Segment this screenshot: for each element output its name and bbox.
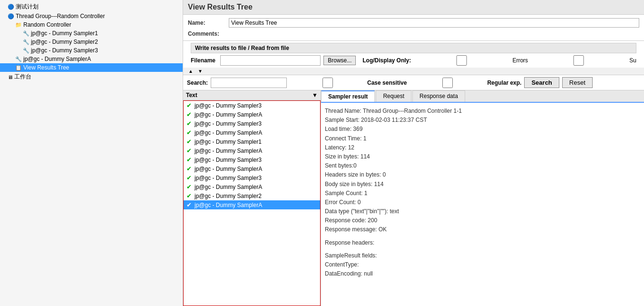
regular-exp-checkbox[interactable] bbox=[410, 78, 486, 88]
result-item-label: jp@gc - Dummy SamplerA bbox=[195, 111, 262, 118]
search-label: Search: bbox=[187, 79, 208, 86]
check-icon: ✔ bbox=[186, 183, 192, 190]
comments-row: Comments: bbox=[188, 29, 639, 39]
sidebar-item-test-plan[interactable]: 🔵 测试计划 bbox=[0, 2, 183, 12]
check-icon: ✔ bbox=[186, 102, 192, 109]
thread-name: Thread Name: Thread Group---Random Contr… bbox=[325, 107, 640, 116]
sidebar-item-label: jp@gc - Dummy Sampler1 bbox=[31, 30, 98, 37]
tabs-row: Sampler result Request Response data bbox=[321, 90, 644, 103]
sampler1-icon: 🔧 bbox=[23, 30, 29, 37]
name-row: Name: bbox=[188, 17, 639, 29]
content-type: ContentType: bbox=[325, 260, 640, 269]
result-item-label: jp@gc - Dummy SamplerA bbox=[195, 148, 262, 154]
check-icon: ✔ bbox=[186, 111, 192, 118]
sample-result-label: SampleResult fields: bbox=[325, 251, 640, 260]
check-icon: ✔ bbox=[186, 165, 192, 172]
collapse-bar: ▲ ▼ bbox=[183, 68, 644, 75]
filename-row: Filename Browse... Log/Display Only: Err… bbox=[187, 53, 640, 68]
sidebar-item-dummy-samplera[interactable]: 🔧 jp@gc - Dummy SamplerA bbox=[0, 55, 183, 63]
sidebar-item-dummy-sampler2[interactable]: 🔧 jp@gc - Dummy Sampler2 bbox=[0, 38, 183, 46]
reset-button[interactable]: Reset bbox=[562, 77, 593, 88]
successes-checkbox[interactable] bbox=[531, 55, 626, 66]
result-item[interactable]: ✔jp@gc - Dummy Sampler3 bbox=[184, 155, 320, 164]
result-item-label: jp@gc - Dummy Sampler3 bbox=[195, 120, 262, 127]
search-input[interactable] bbox=[211, 78, 287, 88]
name-label: Name: bbox=[188, 20, 226, 26]
collapse-button[interactable]: ▲ bbox=[187, 69, 195, 74]
sidebar-item-label: 测试计划 bbox=[16, 3, 39, 11]
result-item[interactable]: ✔jp@gc - Dummy Sampler3 bbox=[184, 101, 320, 110]
size-bytes: Size in bytes: 114 bbox=[325, 152, 640, 161]
result-item-label: jp@gc - Dummy SamplerA bbox=[195, 166, 262, 172]
sampler2-icon: 🔧 bbox=[23, 39, 29, 45]
sidebar-item-view-results-tree[interactable]: 📋 View Results Tree bbox=[0, 63, 183, 72]
expand-button[interactable]: ▼ bbox=[196, 69, 204, 74]
browse-button[interactable]: Browse... bbox=[323, 56, 356, 65]
response-code: Response code: 200 bbox=[325, 216, 640, 225]
result-item[interactable]: ✔jp@gc - Dummy SamplerA bbox=[184, 164, 320, 173]
filename-input[interactable] bbox=[220, 55, 321, 66]
result-item[interactable]: ✔jp@gc - Dummy Sampler1 bbox=[184, 137, 320, 146]
data-type: Data type ("text"|"bin"|""): text bbox=[325, 207, 640, 216]
thread-group-icon: 🔵 bbox=[8, 13, 14, 20]
check-icon: ✔ bbox=[186, 156, 192, 163]
result-item[interactable]: ✔jp@gc - Dummy Sampler3 bbox=[184, 173, 320, 182]
regular-exp-label[interactable]: Regular exp. bbox=[410, 78, 521, 88]
sidebar-item-label: Thread Group---Random Controller bbox=[16, 13, 105, 20]
check-icon: ✔ bbox=[186, 138, 192, 145]
tab-sampler-result[interactable]: Sampler result bbox=[321, 90, 375, 102]
sidebar-item-dummy-sampler1[interactable]: 🔧 jp@gc - Dummy Sampler1 bbox=[0, 29, 183, 38]
workbench-icon: 🖥 bbox=[8, 74, 13, 80]
name-input[interactable] bbox=[229, 18, 639, 28]
result-item[interactable]: ✔jp@gc - Dummy SamplerA bbox=[184, 182, 320, 191]
headers-size: Headers size in bytes: 0 bbox=[325, 170, 640, 179]
sidebar-item-thread-group[interactable]: 🔵 Thread Group---Random Controller bbox=[0, 12, 183, 20]
result-item[interactable]: ✔jp@gc - Dummy Sampler2 bbox=[184, 191, 320, 200]
load-time: Load time: 369 bbox=[325, 125, 640, 134]
test-plan-icon: 🔵 bbox=[8, 4, 14, 10]
check-icon: ✔ bbox=[186, 174, 192, 181]
case-sensitive-checkbox[interactable] bbox=[290, 78, 366, 88]
dropdown-arrow-icon[interactable]: ▼ bbox=[312, 92, 318, 99]
body-size: Body size in bytes: 114 bbox=[325, 180, 640, 189]
search-button[interactable]: Search bbox=[524, 77, 559, 88]
form-section: Name: Comments: bbox=[183, 15, 644, 41]
results-list-body: ✔jp@gc - Dummy Sampler3✔jp@gc - Dummy Sa… bbox=[183, 100, 321, 306]
check-icon: ✔ bbox=[186, 192, 192, 199]
result-item-label: jp@gc - Dummy SamplerA bbox=[195, 202, 262, 208]
text-column-header: Text bbox=[186, 92, 197, 99]
random-controller-icon: 📁 bbox=[15, 22, 22, 28]
right-panel: View Results Tree Name: Comments: Write … bbox=[183, 0, 644, 306]
tab-response-data[interactable]: Response data bbox=[412, 90, 465, 102]
connect-time: Connect Time: 1 bbox=[325, 134, 640, 143]
sidebar-item-label: 工作台 bbox=[14, 73, 31, 81]
successes-label: Su bbox=[629, 57, 636, 64]
result-item[interactable]: ✔jp@gc - Dummy SamplerA bbox=[184, 110, 320, 119]
result-item-label: jp@gc - Dummy Sampler3 bbox=[195, 102, 262, 109]
result-item[interactable]: ✔jp@gc - Dummy SamplerA bbox=[184, 146, 320, 155]
errors-checkbox[interactable] bbox=[414, 55, 509, 66]
sidebar-item-random-controller[interactable]: 📁 Random Controller bbox=[0, 20, 183, 29]
result-item[interactable]: ✔jp@gc - Dummy SamplerA bbox=[184, 200, 320, 209]
log-display-label: Log/Display Only: bbox=[362, 57, 411, 64]
result-item-label: jp@gc - Dummy SamplerA bbox=[195, 129, 262, 136]
result-item[interactable]: ✔jp@gc - Dummy SamplerA bbox=[184, 128, 320, 137]
detail-pane: Sampler result Request Response data Thr… bbox=[321, 90, 644, 306]
sidebar-item-label: jp@gc - Dummy Sampler3 bbox=[31, 47, 98, 54]
main-content: Text ▼ ✔jp@gc - Dummy Sampler3✔jp@gc - D… bbox=[183, 90, 644, 306]
tab-request[interactable]: Request bbox=[376, 90, 411, 102]
result-item[interactable]: ✔jp@gc - Dummy Sampler3 bbox=[184, 119, 320, 128]
sidebar-item-workbench[interactable]: 🖥 工作台 bbox=[0, 72, 183, 82]
sidebar-item-dummy-sampler3[interactable]: 🔧 jp@gc - Dummy Sampler3 bbox=[0, 46, 183, 55]
result-item-label: jp@gc - Dummy Sampler1 bbox=[195, 138, 262, 145]
results-list-header: Text ▼ bbox=[183, 90, 321, 100]
sidebar-item-label: View Results Tree bbox=[23, 64, 69, 71]
result-item-label: jp@gc - Dummy SamplerA bbox=[195, 184, 262, 190]
title-bar: View Results Tree bbox=[183, 0, 644, 15]
sample-count: Sample Count: 1 bbox=[325, 189, 640, 198]
check-icon: ✔ bbox=[186, 147, 192, 154]
result-item-label: jp@gc - Dummy Sampler3 bbox=[195, 157, 262, 163]
case-sensitive-label[interactable]: Case sensitive bbox=[290, 78, 407, 88]
sent-bytes: Sent bytes:0 bbox=[325, 161, 640, 170]
sidebar-item-label: jp@gc - Dummy Sampler2 bbox=[31, 39, 98, 45]
